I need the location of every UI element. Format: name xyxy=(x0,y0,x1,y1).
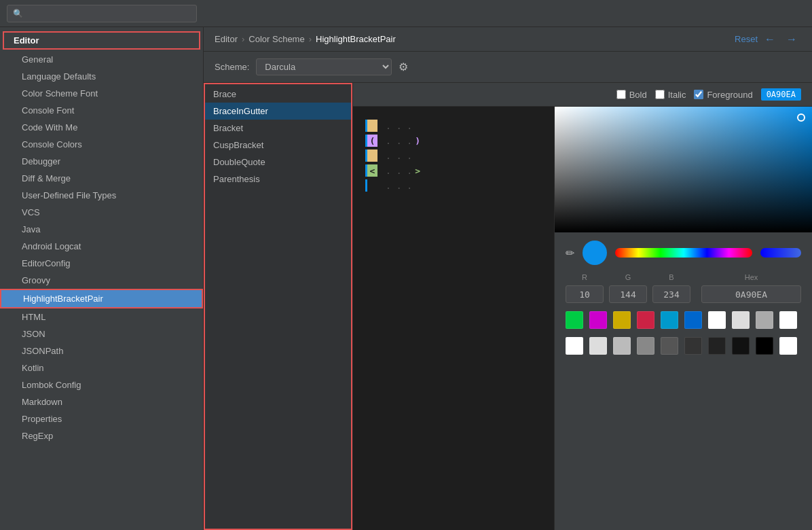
sidebar-item-kotlin[interactable]: Kotlin xyxy=(0,359,203,376)
swatch-row2-3[interactable] xyxy=(637,337,654,355)
sidebar-item-language-defaults[interactable]: Language Defaults xyxy=(0,68,203,85)
italic-checkbox[interactable] xyxy=(655,90,665,99)
right-panel: Bold Italic Foreground 0A90EA xyxy=(353,83,812,530)
sidebar-item-vcs[interactable]: VCS xyxy=(0,204,203,221)
reset-button[interactable]: Reset xyxy=(735,32,758,47)
nav-forward-button[interactable]: → xyxy=(782,32,801,47)
sidebar-item-java[interactable]: Java xyxy=(0,221,203,238)
content-body: BraceBraceInGutterBracketCuspBracketDoub… xyxy=(204,83,812,530)
element-item-cuspbracket[interactable]: CuspBracket xyxy=(204,137,352,154)
sidebar-item-general[interactable]: General xyxy=(0,51,203,68)
sidebar-item-properties[interactable]: Properties xyxy=(0,410,203,427)
swatch-row2-2[interactable] xyxy=(613,337,631,355)
rgb-row xyxy=(555,283,812,308)
alpha-slider[interactable] xyxy=(760,248,801,258)
scheme-label: Scheme: xyxy=(215,62,249,72)
sidebar-item-highlightbracketpair[interactable]: HighlightBracketPair xyxy=(0,289,203,308)
breadcrumb: Editor › Color Scheme › HighlightBracket… xyxy=(204,27,812,52)
g-label: G xyxy=(609,273,647,281)
swatch-row2-7[interactable] xyxy=(732,337,750,355)
sidebar-item-diff-&-merge[interactable]: Diff & Merge xyxy=(0,170,203,187)
code-preview: . . . ( . . . ) . . . xyxy=(353,107,554,530)
r-label: R xyxy=(566,273,604,281)
sidebar-item-android-logcat[interactable]: Android Logcat xyxy=(0,238,203,255)
element-item-brace[interactable]: Brace xyxy=(204,86,352,103)
format-row: Bold Italic Foreground 0A90EA xyxy=(353,83,812,107)
bc-sep-1: › xyxy=(242,34,244,44)
foreground-label: Foreground xyxy=(707,90,752,100)
content-panel: Editor › Color Scheme › HighlightBracket… xyxy=(204,27,812,530)
swatch-row1-7[interactable] xyxy=(732,311,750,329)
sidebar-item-color-scheme-font[interactable]: Color Scheme Font xyxy=(0,85,203,102)
element-item-doublequote[interactable]: DoubleQuote xyxy=(204,154,352,171)
bold-format-item: Bold xyxy=(616,90,647,100)
foreground-checkbox[interactable] xyxy=(694,90,703,99)
swatches-row-1 xyxy=(555,308,812,334)
sidebar-item-console-colors[interactable]: Console Colors xyxy=(0,136,203,153)
preview-line-3: . . . xyxy=(365,149,542,162)
swatch-row1-4[interactable] xyxy=(661,311,678,329)
top-bar xyxy=(0,0,812,27)
search-input[interactable] xyxy=(7,5,197,22)
hue-slider[interactable] xyxy=(615,248,752,258)
bold-checkbox[interactable] xyxy=(616,90,626,99)
breadcrumb-colorscheme[interactable]: Color Scheme xyxy=(248,34,304,44)
sidebar-item-debugger[interactable]: Debugger xyxy=(0,153,203,170)
swatch-row2-6[interactable] xyxy=(708,337,726,355)
sidebar-item-jsonpath[interactable]: JSONPath xyxy=(0,342,203,359)
swatch-row2-5[interactable] xyxy=(684,337,702,355)
swatch-row2-0[interactable] xyxy=(566,337,583,355)
breadcrumb-current: HighlightBracketPair xyxy=(316,34,396,44)
sidebar-item-user-defined-file-types[interactable]: User-Defined File Types xyxy=(0,187,203,204)
element-item-bracket[interactable]: Bracket xyxy=(204,120,352,137)
swatch-row1-1[interactable] xyxy=(589,311,607,329)
color-gradient[interactable] xyxy=(555,107,812,232)
breadcrumb-nav: Reset ← → xyxy=(735,32,801,47)
swatch-row2-1[interactable] xyxy=(589,337,607,355)
element-panel: BraceBraceInGutterBracketCuspBracketDoub… xyxy=(204,83,353,530)
bracket-preview: . . . ( . . . ) . . . xyxy=(360,113,547,198)
scheme-row: Scheme: Darcula ⚙ xyxy=(204,52,812,83)
sidebar-item-console-font[interactable]: Console Font xyxy=(0,102,203,119)
sidebar-item-markdown[interactable]: Markdown xyxy=(0,393,203,410)
sidebar-item-regexp[interactable]: RegExp xyxy=(0,427,203,444)
swatch-row2-8[interactable] xyxy=(756,337,773,355)
sidebar-item-groovy[interactable]: Groovy xyxy=(0,272,203,289)
element-item-braceingutter[interactable]: BraceInGutter xyxy=(204,103,352,120)
foreground-value-box[interactable]: 0A90EA xyxy=(761,88,801,101)
swatch-row2-9[interactable] xyxy=(779,337,797,355)
swatch-row1-3[interactable] xyxy=(637,311,654,329)
swatch-row1-5[interactable] xyxy=(684,311,702,329)
breadcrumb-editor[interactable]: Editor xyxy=(215,34,238,44)
bc-sep-2: › xyxy=(309,34,312,44)
preview-line-5: . . . xyxy=(365,179,542,192)
swatch-row1-0[interactable] xyxy=(566,311,583,329)
gear-button[interactable]: ⚙ xyxy=(399,60,408,73)
sidebar-item-html[interactable]: HTML xyxy=(0,308,203,325)
hex-input[interactable] xyxy=(701,285,801,303)
scheme-select[interactable]: Darcula xyxy=(256,58,392,75)
sidebar-item-lombok-config[interactable]: Lombok Config xyxy=(0,376,203,393)
swatch-row1-8[interactable] xyxy=(756,311,773,329)
nav-back-button[interactable]: ← xyxy=(760,32,779,47)
element-item-parenthesis[interactable]: Parenthesis xyxy=(204,171,352,188)
sidebar-header-editor[interactable]: Editor xyxy=(3,31,200,50)
swatch-row1-6[interactable] xyxy=(708,311,726,329)
swatch-row1-9[interactable] xyxy=(779,311,797,329)
color-circle xyxy=(583,241,607,265)
sidebar-item-editorconfig[interactable]: EditorConfig xyxy=(0,255,203,272)
g-input[interactable] xyxy=(609,285,647,303)
preview-line-2: ( . . . ) xyxy=(365,134,542,147)
italic-format-item: Italic xyxy=(655,90,686,100)
hex-label: Hex xyxy=(701,273,801,281)
r-input[interactable] xyxy=(566,285,604,303)
swatch-row1-2[interactable] xyxy=(613,311,631,329)
preview-line-1: . . . xyxy=(365,119,542,132)
eyedropper-icon[interactable]: ✏ xyxy=(566,247,574,260)
swatch-row2-4[interactable] xyxy=(661,337,678,355)
b-input[interactable] xyxy=(652,285,690,303)
sidebar-item-json[interactable]: JSON xyxy=(0,325,203,342)
sidebar-item-code-with-me[interactable]: Code With Me xyxy=(0,119,203,136)
bold-label: Bold xyxy=(629,90,647,100)
foreground-format-item: Foreground xyxy=(694,90,752,100)
